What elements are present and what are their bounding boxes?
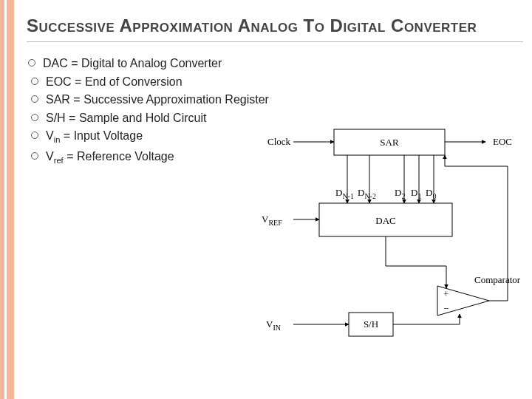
plus-label: + bbox=[443, 288, 449, 299]
minus-label: − bbox=[443, 303, 449, 314]
list-item: DAC = Digital to Analog Converter bbox=[27, 55, 523, 72]
comparator-label: Comparator bbox=[474, 274, 521, 285]
sar-label: SAR bbox=[380, 137, 399, 148]
dac-label: DAC bbox=[375, 215, 395, 226]
svg-text:D1: D1 bbox=[411, 187, 421, 200]
list-item: EOC = End of Conversion bbox=[27, 74, 523, 90]
list-item: SAR = Successive Approximation Register bbox=[27, 92, 523, 108]
sh-label: S/H bbox=[364, 318, 378, 330]
eoc-label: EOC bbox=[493, 136, 512, 147]
clock-label: Clock bbox=[267, 136, 291, 147]
left-accent-stripes bbox=[0, 0, 16, 399]
svg-text:D2: D2 bbox=[395, 187, 405, 200]
svg-text:DN-2: DN-2 bbox=[358, 187, 376, 200]
svg-text:D0: D0 bbox=[426, 187, 436, 200]
svg-text:DN-1: DN-1 bbox=[335, 187, 354, 200]
title-rule bbox=[27, 41, 523, 42]
slide-title: Successive Approximation Analog To Digit… bbox=[27, 15, 523, 37]
vref-label: VREF bbox=[262, 214, 282, 227]
block-diagram: SAR Clock EOC DN-1 DN-2 D2 D1 D0 DAC VRE… bbox=[253, 122, 526, 366]
vin-label: VIN bbox=[266, 318, 281, 332]
